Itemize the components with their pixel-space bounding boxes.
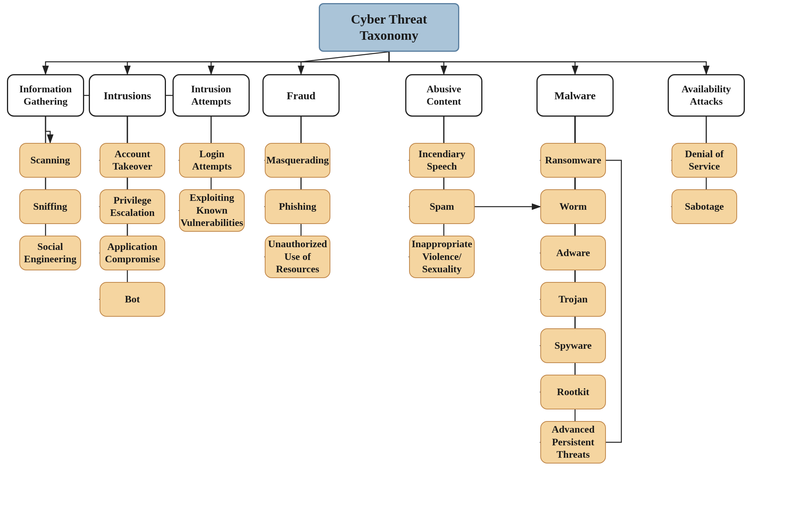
node-privilege-escalation: PrivilegeEscalation [100, 189, 165, 224]
trojan-label: Trojan [558, 293, 588, 306]
fraud-label: Fraud [287, 89, 316, 102]
worm-label: Worm [560, 200, 587, 213]
unauthorized-use-label: UnauthorizedUse ofResources [268, 238, 327, 276]
denial-of-service-label: Denial ofService [685, 148, 724, 173]
account-takeover-label: AccountTakeover [112, 148, 152, 173]
node-masquerading: Masquerading [265, 143, 330, 178]
sniffing-label: Sniffing [33, 200, 67, 213]
diagram-container: Cyber Threat Taxonomy InformationGatheri… [0, 0, 812, 523]
node-information-gathering: InformationGathering [7, 74, 84, 117]
node-fraud: Fraud [262, 74, 340, 117]
login-attempts-label: LoginAttempts [192, 148, 232, 173]
intrusions-label: Intrusions [104, 89, 151, 102]
bot-label: Bot [125, 293, 140, 306]
node-ransomware: Ransomware [540, 143, 606, 178]
sabotage-label: Sabotage [685, 200, 724, 213]
node-bot: Bot [100, 282, 165, 317]
node-spyware: Spyware [540, 328, 606, 363]
node-trojan: Trojan [540, 282, 606, 317]
incendiary-speech-label: IncendiarySpeech [418, 148, 465, 173]
spam-label: Spam [430, 200, 454, 213]
rootkit-label: Rootkit [557, 386, 589, 399]
node-unauthorized-use: UnauthorizedUse ofResources [265, 236, 330, 278]
intrusion-attempts-label: IntrusionAttempts [191, 83, 231, 108]
node-application-compromise: ApplicationCompromise [100, 236, 165, 270]
node-scanning: Scanning [19, 143, 81, 178]
node-root: Cyber Threat Taxonomy [319, 3, 459, 52]
node-sniffing: Sniffing [19, 189, 81, 224]
spyware-label: Spyware [555, 340, 592, 352]
availability-attacks-label: AvailabilityAttacks [682, 83, 731, 108]
node-abusive-content: AbusiveContent [405, 74, 482, 117]
node-rootkit: Rootkit [540, 375, 606, 409]
node-intrusion-attempts: IntrusionAttempts [173, 74, 250, 117]
malware-label: Malware [555, 89, 596, 102]
node-worm: Worm [540, 189, 606, 224]
node-denial-of-service: Denial ofService [672, 143, 737, 178]
node-exploiting-known: ExploitingKnownVulnerabilities [179, 189, 245, 232]
node-social-engineering: SocialEngineering [19, 236, 81, 270]
info-gathering-label: InformationGathering [19, 83, 72, 108]
node-login-attempts: LoginAttempts [179, 143, 245, 178]
exploiting-known-label: ExploitingKnownVulnerabilities [181, 192, 243, 229]
adware-label: Adware [556, 247, 590, 260]
node-adware: Adware [540, 236, 606, 270]
node-malware: Malware [536, 74, 614, 117]
root-label: Cyber Threat Taxonomy [325, 11, 453, 44]
node-sabotage: Sabotage [672, 189, 737, 224]
node-inappropriate-violence: InappropriateViolence/Sexuality [409, 236, 475, 278]
node-incendiary-speech: IncendiarySpeech [409, 143, 475, 178]
masquerading-label: Masquerading [266, 154, 329, 167]
apt-label: AdvancedPersistentThreats [551, 423, 594, 461]
inappropriate-violence-label: InappropriateViolence/Sexuality [412, 238, 472, 276]
node-availability-attacks: AvailabilityAttacks [668, 74, 745, 117]
social-engineering-label: SocialEngineering [24, 241, 76, 266]
privilege-escalation-label: PrivilegeEscalation [110, 194, 155, 219]
node-account-takeover: AccountTakeover [100, 143, 165, 178]
abusive-content-label: AbusiveContent [426, 83, 461, 108]
node-apt: AdvancedPersistentThreats [540, 421, 606, 464]
node-spam: Spam [409, 189, 475, 224]
scanning-label: Scanning [30, 154, 70, 167]
ransomware-label: Ransomware [545, 154, 601, 167]
phishing-label: Phishing [279, 200, 316, 213]
node-intrusions: Intrusions [89, 74, 166, 117]
node-phishing: Phishing [265, 189, 330, 224]
application-compromise-label: ApplicationCompromise [105, 241, 160, 266]
